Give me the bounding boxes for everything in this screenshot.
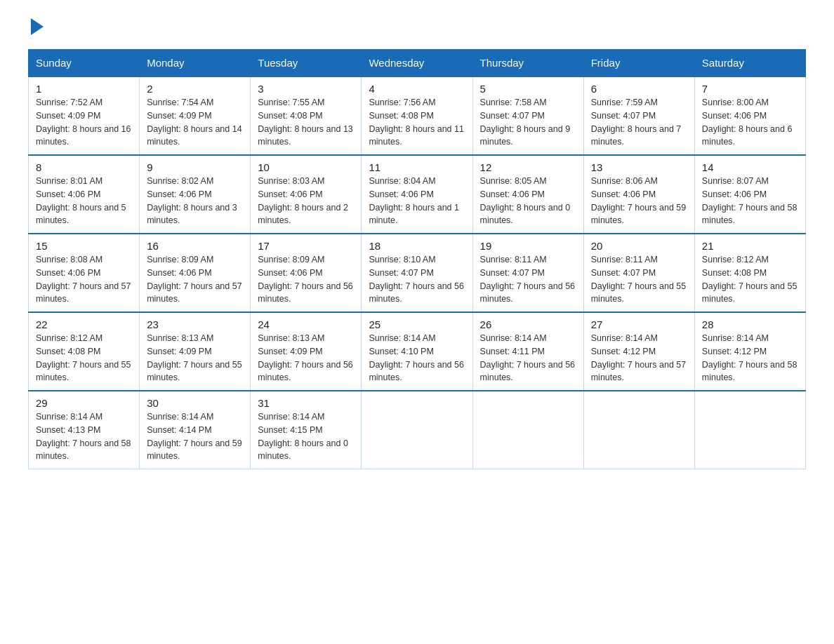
calendar-cell: 4 Sunrise: 7:56 AMSunset: 4:08 PMDayligh… <box>362 76 472 155</box>
day-info: Sunrise: 8:11 AMSunset: 4:07 PMDaylight:… <box>480 253 576 306</box>
day-info: Sunrise: 8:06 AMSunset: 4:06 PMDaylight:… <box>591 175 687 227</box>
day-number: 26 <box>480 318 576 330</box>
col-header-saturday: Saturday <box>694 50 805 77</box>
day-info: Sunrise: 8:07 AMSunset: 4:06 PMDaylight:… <box>702 175 798 227</box>
day-info: Sunrise: 8:08 AMSunset: 4:06 PMDaylight:… <box>36 253 132 306</box>
day-info: Sunrise: 8:12 AMSunset: 4:08 PMDaylight:… <box>36 332 132 384</box>
logo-arrow-icon <box>31 18 44 35</box>
day-number: 21 <box>702 240 798 252</box>
day-info: Sunrise: 8:14 AMSunset: 4:10 PMDaylight:… <box>369 332 465 384</box>
day-info: Sunrise: 7:56 AMSunset: 4:08 PMDaylight:… <box>369 96 465 149</box>
calendar-cell: 26 Sunrise: 8:14 AMSunset: 4:11 PMDaylig… <box>472 312 583 391</box>
calendar-cell: 14 Sunrise: 8:07 AMSunset: 4:06 PMDaylig… <box>694 155 805 234</box>
day-info: Sunrise: 8:04 AMSunset: 4:06 PMDaylight:… <box>369 175 465 227</box>
calendar-cell: 13 Sunrise: 8:06 AMSunset: 4:06 PMDaylig… <box>583 155 694 234</box>
day-number: 30 <box>147 397 243 409</box>
day-info: Sunrise: 8:13 AMSunset: 4:09 PMDaylight:… <box>147 332 243 384</box>
day-number: 4 <box>369 83 465 95</box>
calendar-cell: 24 Sunrise: 8:13 AMSunset: 4:09 PMDaylig… <box>251 312 362 391</box>
calendar-cell <box>694 391 805 469</box>
day-number: 17 <box>258 240 354 252</box>
col-header-wednesday: Wednesday <box>362 50 472 77</box>
calendar-cell: 10 Sunrise: 8:03 AMSunset: 4:06 PMDaylig… <box>251 155 362 234</box>
calendar-cell: 6 Sunrise: 7:59 AMSunset: 4:07 PMDayligh… <box>583 76 694 155</box>
calendar-cell <box>362 391 472 469</box>
day-info: Sunrise: 8:01 AMSunset: 4:06 PMDaylight:… <box>36 175 132 227</box>
day-info: Sunrise: 8:14 AMSunset: 4:13 PMDaylight:… <box>36 410 132 463</box>
day-number: 24 <box>258 318 354 330</box>
day-number: 31 <box>258 397 354 409</box>
week-row: 22 Sunrise: 8:12 AMSunset: 4:08 PMDaylig… <box>29 312 806 391</box>
day-number: 16 <box>147 240 243 252</box>
day-number: 11 <box>369 161 465 173</box>
calendar-cell: 31 Sunrise: 8:14 AMSunset: 4:15 PMDaylig… <box>251 391 362 469</box>
day-number: 22 <box>36 318 132 330</box>
day-number: 15 <box>36 240 132 252</box>
day-number: 20 <box>591 240 687 252</box>
day-info: Sunrise: 8:14 AMSunset: 4:12 PMDaylight:… <box>702 332 798 384</box>
calendar-cell <box>583 391 694 469</box>
day-info: Sunrise: 8:09 AMSunset: 4:06 PMDaylight:… <box>258 253 354 306</box>
day-info: Sunrise: 8:02 AMSunset: 4:06 PMDaylight:… <box>147 175 243 227</box>
day-number: 29 <box>36 397 132 409</box>
day-number: 18 <box>369 240 465 252</box>
day-number: 25 <box>369 318 465 330</box>
week-row: 29 Sunrise: 8:14 AMSunset: 4:13 PMDaylig… <box>29 391 806 469</box>
day-number: 7 <box>702 83 798 95</box>
day-number: 1 <box>36 83 132 95</box>
calendar-cell: 5 Sunrise: 7:58 AMSunset: 4:07 PMDayligh… <box>472 76 583 155</box>
day-number: 19 <box>480 240 576 252</box>
day-info: Sunrise: 8:14 AMSunset: 4:15 PMDaylight:… <box>258 410 354 463</box>
week-row: 15 Sunrise: 8:08 AMSunset: 4:06 PMDaylig… <box>29 234 806 312</box>
calendar-cell: 18 Sunrise: 8:10 AMSunset: 4:07 PMDaylig… <box>362 234 472 312</box>
day-info: Sunrise: 7:59 AMSunset: 4:07 PMDaylight:… <box>591 96 687 149</box>
day-number: 6 <box>591 83 687 95</box>
col-header-monday: Monday <box>140 50 251 77</box>
day-number: 14 <box>702 161 798 173</box>
calendar-cell <box>472 391 583 469</box>
day-info: Sunrise: 7:55 AMSunset: 4:08 PMDaylight:… <box>258 96 354 149</box>
day-number: 13 <box>591 161 687 173</box>
day-info: Sunrise: 8:00 AMSunset: 4:06 PMDaylight:… <box>702 96 798 149</box>
calendar-cell: 22 Sunrise: 8:12 AMSunset: 4:08 PMDaylig… <box>29 312 140 391</box>
day-number: 10 <box>258 161 354 173</box>
day-number: 27 <box>591 318 687 330</box>
day-number: 9 <box>147 161 243 173</box>
calendar-cell: 28 Sunrise: 8:14 AMSunset: 4:12 PMDaylig… <box>694 312 805 391</box>
calendar-cell: 8 Sunrise: 8:01 AMSunset: 4:06 PMDayligh… <box>29 155 140 234</box>
calendar-cell: 29 Sunrise: 8:14 AMSunset: 4:13 PMDaylig… <box>29 391 140 469</box>
day-info: Sunrise: 8:12 AMSunset: 4:08 PMDaylight:… <box>702 253 798 306</box>
col-header-thursday: Thursday <box>472 50 583 77</box>
day-info: Sunrise: 8:14 AMSunset: 4:14 PMDaylight:… <box>147 410 243 463</box>
calendar-cell: 20 Sunrise: 8:11 AMSunset: 4:07 PMDaylig… <box>583 234 694 312</box>
calendar-cell: 17 Sunrise: 8:09 AMSunset: 4:06 PMDaylig… <box>251 234 362 312</box>
day-number: 5 <box>480 83 576 95</box>
calendar-cell: 21 Sunrise: 8:12 AMSunset: 4:08 PMDaylig… <box>694 234 805 312</box>
calendar-cell: 11 Sunrise: 8:04 AMSunset: 4:06 PMDaylig… <box>362 155 472 234</box>
day-info: Sunrise: 8:05 AMSunset: 4:06 PMDaylight:… <box>480 175 576 227</box>
col-header-sunday: Sunday <box>29 50 140 77</box>
calendar-cell: 1 Sunrise: 7:52 AMSunset: 4:09 PMDayligh… <box>29 76 140 155</box>
calendar-cell: 15 Sunrise: 8:08 AMSunset: 4:06 PMDaylig… <box>29 234 140 312</box>
day-info: Sunrise: 7:52 AMSunset: 4:09 PMDaylight:… <box>36 96 132 149</box>
col-header-friday: Friday <box>583 50 694 77</box>
day-number: 2 <box>147 83 243 95</box>
calendar-header-row: SundayMondayTuesdayWednesdayThursdayFrid… <box>29 50 806 77</box>
calendar-cell: 23 Sunrise: 8:13 AMSunset: 4:09 PMDaylig… <box>140 312 251 391</box>
day-info: Sunrise: 8:10 AMSunset: 4:07 PMDaylight:… <box>369 253 465 306</box>
day-info: Sunrise: 8:13 AMSunset: 4:09 PMDaylight:… <box>258 332 354 384</box>
calendar-cell: 19 Sunrise: 8:11 AMSunset: 4:07 PMDaylig… <box>472 234 583 312</box>
day-info: Sunrise: 8:11 AMSunset: 4:07 PMDaylight:… <box>591 253 687 306</box>
page-header <box>28 21 806 35</box>
day-number: 3 <box>258 83 354 95</box>
day-info: Sunrise: 7:58 AMSunset: 4:07 PMDaylight:… <box>480 96 576 149</box>
col-header-tuesday: Tuesday <box>251 50 362 77</box>
logo <box>28 21 44 35</box>
day-number: 8 <box>36 161 132 173</box>
day-info: Sunrise: 8:03 AMSunset: 4:06 PMDaylight:… <box>258 175 354 227</box>
day-number: 12 <box>480 161 576 173</box>
day-info: Sunrise: 8:14 AMSunset: 4:11 PMDaylight:… <box>480 332 576 384</box>
calendar-cell: 27 Sunrise: 8:14 AMSunset: 4:12 PMDaylig… <box>583 312 694 391</box>
calendar-cell: 16 Sunrise: 8:09 AMSunset: 4:06 PMDaylig… <box>140 234 251 312</box>
week-row: 1 Sunrise: 7:52 AMSunset: 4:09 PMDayligh… <box>29 76 806 155</box>
